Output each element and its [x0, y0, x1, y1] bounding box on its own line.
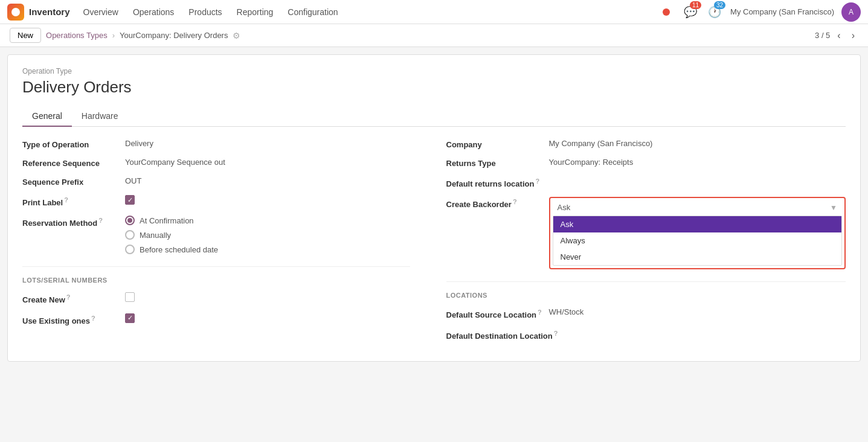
default-returns-location-label: Default returns location? — [446, 176, 549, 188]
dropdown-options: Ask Always Never — [553, 216, 843, 266]
type-of-operation-value: Delivery — [125, 139, 153, 148]
nav-operations[interactable]: Operations — [127, 4, 180, 21]
dropdown-option-ask[interactable]: Ask — [553, 216, 842, 232]
returns-type-row: Returns Type YourCompany: Receipts — [446, 158, 846, 168]
tabs: General Hardware — [22, 106, 846, 127]
notification-dot[interactable] — [658, 4, 675, 21]
create-backorder-label: Create Backorder? — [446, 197, 549, 209]
radio-before-scheduled[interactable]: Before scheduled date — [125, 245, 218, 254]
messages-icon[interactable]: 💬 11 — [682, 4, 699, 21]
op-type-label: Operation Type — [22, 67, 846, 75]
nav-overview[interactable]: Overview — [77, 4, 124, 21]
reference-sequence-row: Reference Sequence YourCompany Sequence … — [22, 158, 410, 168]
radio-manually-outer — [125, 230, 135, 240]
default-returns-location-row: Default returns location? — [446, 176, 846, 188]
default-source-row: Default Source Location? WH/Stock — [446, 307, 846, 319]
breadcrumb-link[interactable]: Operations Types — [46, 31, 108, 40]
new-button[interactable]: New — [10, 28, 41, 43]
lots-section-header: LOTS/SERIAL NUMBERS — [22, 266, 410, 284]
use-existing-help[interactable]: ? — [91, 315, 95, 322]
print-label-label: Print Label? — [22, 195, 125, 207]
dropdown-arrow-icon: ▼ — [830, 203, 837, 212]
type-of-operation-row: Type of Operation Delivery — [22, 139, 410, 149]
reservation-method-help[interactable]: ? — [98, 217, 103, 224]
use-existing-label: Use Existing ones? — [22, 313, 125, 325]
radio-at-confirmation[interactable]: At Confirmation — [125, 216, 218, 225]
create-backorder-help[interactable]: ? — [513, 198, 517, 205]
left-section: Type of Operation Delivery Reference Seq… — [22, 139, 434, 349]
radio-at-confirmation-outer — [125, 216, 135, 225]
sequence-prefix-label: Sequence Prefix — [22, 176, 125, 187]
default-returns-help[interactable]: ? — [535, 178, 539, 185]
use-existing-checkbox[interactable]: ✓ — [125, 313, 135, 323]
messages-badge: 11 — [690, 1, 701, 9]
main-content: Operation Type Delivery Orders General H… — [7, 54, 861, 362]
reservation-method-row: Reservation Method? At Confirmation Manu… — [22, 216, 410, 254]
reference-sequence-label: Reference Sequence — [22, 158, 125, 168]
radio-before-scheduled-outer — [125, 245, 135, 254]
radio-before-scheduled-label: Before scheduled date — [140, 245, 218, 254]
type-of-operation-label: Type of Operation — [22, 139, 125, 149]
create-backorder-dropdown-container: Ask ▼ Ask Always Never — [549, 197, 846, 269]
app-title[interactable]: Inventory — [29, 7, 70, 17]
pager: 3 / 5 ‹ › — [815, 29, 858, 42]
create-new-checkbox[interactable] — [125, 292, 135, 302]
dropdown-option-never[interactable]: Never — [553, 249, 842, 265]
create-backorder-row: Create Backorder? Ask ▼ Ask Always Never — [446, 197, 846, 269]
nav-reporting[interactable]: Reporting — [231, 4, 280, 21]
avatar[interactable]: A — [841, 2, 861, 22]
pager-prev[interactable]: ‹ — [834, 29, 844, 42]
dropdown-header[interactable]: Ask ▼ — [553, 200, 843, 214]
default-source-value: WH/Stock — [549, 307, 584, 316]
form-grid: Type of Operation Delivery Reference Seq… — [22, 139, 846, 349]
create-new-label: Create New? — [22, 292, 125, 304]
company-row: Company My Company (San Francisco) — [446, 139, 846, 149]
breadcrumb-current: YourCompany: Delivery Orders — [120, 31, 228, 40]
tab-general[interactable]: General — [22, 106, 72, 127]
print-label-checkbox[interactable]: ✓ — [125, 195, 135, 205]
app-logo[interactable] — [7, 4, 24, 21]
sequence-prefix-value: OUT — [125, 176, 141, 185]
default-source-label: Default Source Location? — [446, 307, 549, 319]
default-source-help[interactable]: ? — [538, 309, 542, 316]
company-name: My Company (San Francisco) — [730, 7, 834, 16]
print-label-help[interactable]: ? — [64, 196, 68, 203]
locations-section-header: LOCATIONS — [446, 281, 846, 299]
radio-manually-label: Manually — [140, 231, 171, 240]
dropdown-option-always[interactable]: Always — [553, 232, 842, 249]
pager-text: 3 / 5 — [815, 31, 830, 40]
create-backorder-dropdown[interactable]: Ask ▼ Ask Always Never — [549, 197, 846, 269]
reference-sequence-value: YourCompany Sequence out — [125, 158, 225, 167]
nav-right: 💬 11 🕐 32 My Company (San Francisco) A — [658, 2, 861, 22]
reservation-radio-group: At Confirmation Manually Before schedule… — [125, 216, 218, 254]
gear-icon[interactable]: ⚙ — [233, 31, 240, 40]
create-new-help[interactable]: ? — [66, 293, 71, 301]
use-existing-row: Use Existing ones? ✓ — [22, 313, 410, 325]
tab-hardware[interactable]: Hardware — [72, 106, 128, 127]
pager-next[interactable]: › — [848, 29, 858, 42]
default-dest-label: Default Destination Location? — [446, 328, 558, 341]
dropdown-selected-value: Ask — [558, 203, 571, 212]
print-label-row: Print Label? ✓ — [22, 195, 410, 207]
radio-at-confirmation-label: At Confirmation — [140, 216, 194, 225]
company-value: My Company (San Francisco) — [549, 139, 653, 148]
default-dest-help[interactable]: ? — [554, 330, 558, 337]
returns-type-value: YourCompany: Receipts — [549, 158, 634, 167]
nav-configuration[interactable]: Configuration — [281, 4, 344, 21]
subheader: New Operations Types › YourCompany: Deli… — [0, 24, 868, 47]
right-section: Company My Company (San Francisco) Retur… — [434, 139, 846, 349]
company-label: Company — [446, 139, 549, 149]
activities-badge: 32 — [714, 1, 725, 9]
radio-manually[interactable]: Manually — [125, 230, 218, 240]
default-dest-row: Default Destination Location? — [446, 328, 846, 341]
sequence-prefix-row: Sequence Prefix OUT — [22, 176, 410, 187]
op-title: Delivery Orders — [22, 78, 846, 97]
returns-type-label: Returns Type — [446, 158, 549, 168]
breadcrumb-sep: › — [112, 31, 115, 40]
reservation-method-label: Reservation Method? — [22, 216, 125, 228]
activities-icon[interactable]: 🕐 32 — [706, 4, 723, 21]
nav-products[interactable]: Products — [182, 4, 228, 21]
create-new-row: Create New? — [22, 292, 410, 304]
top-nav: Inventory Overview Operations Products R… — [0, 0, 868, 24]
